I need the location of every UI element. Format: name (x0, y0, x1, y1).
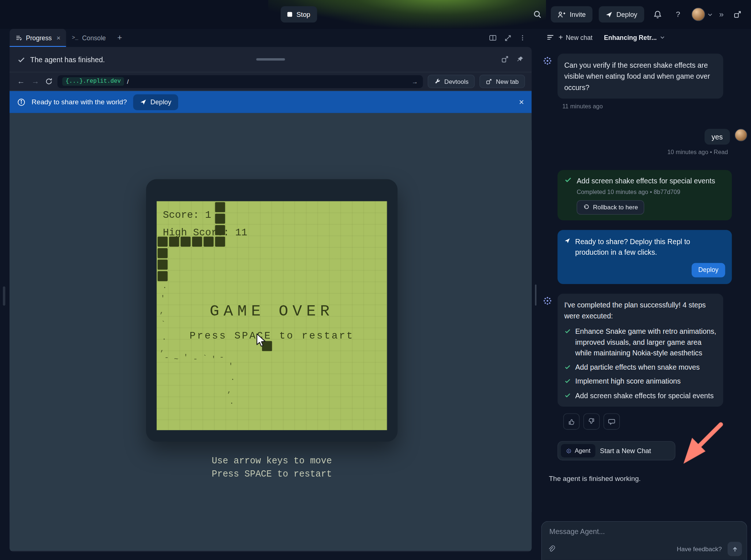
thumbs-down-button[interactable] (583, 414, 599, 430)
snake-block (158, 248, 168, 258)
banner-deploy-button[interactable]: Deploy (133, 94, 178, 110)
new-tab-button[interactable]: New tab (479, 75, 525, 88)
attachment-paperclip-icon[interactable] (548, 545, 555, 553)
banner-close-icon[interactable]: × (519, 98, 524, 107)
chat-header: + New chat Enhancing Retr... (540, 29, 751, 46)
feedback-link[interactable]: Have feedback? (677, 545, 722, 553)
refresh-icon[interactable] (45, 78, 53, 85)
stop-button[interactable]: Stop (281, 6, 317, 22)
back-icon[interactable]: ← (16, 77, 26, 86)
snake-block (158, 271, 168, 281)
notifications-bell-icon[interactable] (650, 7, 665, 22)
help-label: ? (676, 10, 680, 19)
forward-icon[interactable]: → (31, 77, 40, 86)
rollback-icon (583, 204, 589, 210)
account-menu[interactable] (691, 8, 713, 21)
check-icon (564, 363, 571, 370)
help-button[interactable]: ? (671, 7, 685, 22)
topbar: Stop Invite Deploy ? » (0, 0, 751, 29)
tab-progress-label: Progress (26, 34, 52, 42)
message-composer: Have feedback? (541, 521, 747, 560)
popout-icon (486, 78, 492, 85)
agent-badge: Agent (561, 444, 595, 458)
pane-resize-handle[interactable] (535, 284, 537, 306)
left-rail-handle[interactable] (3, 287, 5, 306)
comment-button[interactable] (604, 414, 620, 430)
plan-step: Enhance Snake game with retro animations… (564, 326, 717, 359)
send-button[interactable] (728, 542, 742, 556)
user-reply-text: yes (705, 129, 730, 145)
url-path: / (127, 78, 129, 85)
send-arrow-icon (731, 545, 739, 553)
pin-icon[interactable] (516, 56, 524, 63)
checkpoint-meta: Completed 10 minutes ago • 8b77d709 (577, 188, 725, 195)
agent-bar-actions (501, 56, 524, 63)
check-icon (564, 378, 571, 384)
snake-block (215, 225, 225, 235)
deploy-icon (140, 99, 146, 105)
banner-deploy-label: Deploy (150, 98, 171, 106)
split-view-icon[interactable] (489, 34, 497, 42)
check-icon (564, 392, 571, 398)
snake-game-screen[interactable]: Score: 1 High Score: 11 GAME OVER Press … (157, 201, 387, 430)
deploy-card-button[interactable]: Deploy (692, 263, 725, 277)
address-bar[interactable]: {...}.replit.dev / → (57, 75, 423, 88)
add-tab-button[interactable]: + (112, 29, 128, 47)
devtools-button[interactable]: Devtools (427, 75, 475, 88)
caption-line-2: Press SPACE to restart (146, 467, 397, 481)
drag-handle[interactable] (256, 58, 285, 61)
start-new-chat-button[interactable]: Agent Start a New Chat (557, 441, 675, 460)
tab-console-label: Console (82, 34, 106, 42)
console-icon: >_ (72, 35, 78, 41)
window-popout-icon[interactable] (730, 7, 744, 22)
checkpoint-card: Add screen shake effects for special eve… (557, 170, 732, 220)
wrench-icon (434, 78, 440, 85)
collapse-panel-icon[interactable]: » (719, 10, 724, 18)
snake-block (203, 236, 213, 246)
tab-console[interactable]: >_ Console (66, 29, 112, 47)
chat-history-icon[interactable] (546, 33, 555, 42)
snake-block (215, 202, 225, 212)
new-tab-label: New tab (496, 78, 519, 85)
plus-icon: + (558, 34, 563, 41)
deploy-button[interactable]: Deploy (599, 6, 644, 22)
expand-icon[interactable] (504, 34, 512, 42)
pane-actions (489, 29, 531, 47)
go-arrow-icon[interactable]: → (412, 78, 418, 85)
rollback-button[interactable]: Rollback to here (577, 200, 644, 214)
agent-status-text: The agent has finished. (30, 55, 105, 63)
deploy-label: Deploy (616, 11, 637, 18)
snake-block (215, 236, 225, 246)
tab-progress[interactable]: Progress × (10, 29, 66, 47)
user-message-meta: 10 minutes ago • Read (540, 149, 728, 156)
thumbs-up-button[interactable] (563, 414, 579, 430)
kebab-menu-icon[interactable] (519, 34, 526, 42)
thumbs-up-icon (568, 418, 575, 426)
snake-block (215, 214, 225, 224)
open-in-new-icon[interactable] (501, 56, 509, 63)
browser-toolbar: ← → {...}.replit.dev / → Devtools New ta… (10, 72, 531, 91)
search-icon[interactable] (530, 7, 545, 22)
new-chat-button[interactable]: + New chat (558, 34, 593, 41)
mouse-cursor-icon (255, 333, 268, 348)
deploy-banner: Ready to share with the world? Deploy × (10, 91, 531, 113)
app-preview: Score: 1 High Score: 11 GAME OVER Press … (10, 113, 531, 551)
invite-label: Invite (570, 11, 586, 18)
agent-finished-note: The agent is finished working. (549, 475, 751, 482)
user-message: yes (540, 129, 747, 145)
deploy-suggestion-card: Ready to share? Deploy this Repl to prod… (557, 230, 732, 284)
chat-title-dropdown[interactable]: Enhancing Retr... (604, 34, 665, 41)
invite-button[interactable]: Invite (551, 6, 593, 22)
close-tab-icon[interactable]: × (56, 34, 60, 42)
agent-chat-panel: + New chat Enhancing Retr... Can you ver… (540, 29, 751, 560)
message-input[interactable] (549, 527, 739, 535)
snake-block (192, 236, 202, 246)
start-new-chat-label: Start a New Chat (600, 447, 651, 455)
chevron-down-icon (707, 11, 713, 18)
check-icon (17, 55, 25, 63)
stop-icon (287, 12, 292, 17)
game-frame: Score: 1 High Score: 11 GAME OVER Press … (146, 179, 397, 441)
agent-status-bar: The agent has finished. (10, 47, 531, 72)
agent-logo-icon (566, 448, 572, 454)
caption-line-1: Use arrow keys to move (146, 454, 397, 468)
